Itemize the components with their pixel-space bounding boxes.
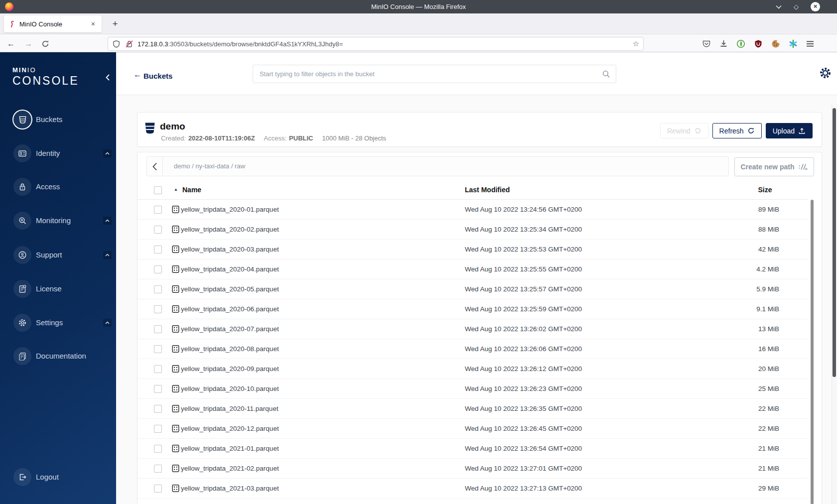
object-name[interactable]: yellow_tripdata_2021-03.parquet: [181, 479, 279, 499]
window-minimize-icon[interactable]: [776, 5, 782, 9]
sidebar-collapse-icon[interactable]: [103, 72, 113, 82]
object-name[interactable]: yellow_tripdata_2021-01.parquet: [181, 439, 279, 459]
console-settings-gear-icon[interactable]: [819, 66, 832, 80]
object-name[interactable]: yellow_tripdata_2020-07.parquet: [181, 319, 279, 339]
tab-close-icon[interactable]: ×: [90, 20, 97, 28]
sidebar-item-license[interactable]: License: [0, 279, 116, 299]
object-file-icon: [171, 225, 180, 234]
row-checkbox[interactable]: [154, 305, 162, 313]
chevron-up-icon[interactable]: [103, 217, 112, 225]
extension-ublock-icon[interactable]: [754, 39, 763, 48]
object-name[interactable]: yellow_tripdata_2020-03.parquet: [181, 240, 279, 259]
row-checkbox[interactable]: [154, 445, 162, 453]
buckets-back-link[interactable]: Buckets: [143, 72, 172, 80]
object-name[interactable]: yellow_tripdata_2021-02.parquet: [181, 459, 279, 479]
menu-hamburger-icon[interactable]: [806, 40, 814, 47]
sidebar-item-documentation[interactable]: Documentation: [0, 346, 116, 366]
sidebar-item-monitoring[interactable]: Monitoring: [0, 211, 116, 231]
row-checkbox[interactable]: [154, 405, 162, 413]
row-checkbox[interactable]: [154, 485, 162, 493]
page-scrollbar[interactable]: [832, 105, 837, 504]
row-checkbox[interactable]: [154, 465, 162, 473]
bookmark-star-icon[interactable]: ☆: [633, 39, 639, 48]
object-name[interactable]: yellow_tripdata_2020-10.parquet: [181, 379, 279, 399]
object-row[interactable]: yellow_tripdata_2020-09.parquet Wed Aug …: [138, 359, 808, 379]
reload-button[interactable]: [39, 38, 51, 50]
object-name[interactable]: yellow_tripdata_2020-02.parquet: [181, 220, 279, 240]
object-row[interactable]: yellow_tripdata_2020-01.parquet Wed Aug …: [138, 200, 808, 220]
breadcrumb-back-icon[interactable]: [147, 157, 163, 176]
extension-cookie-icon[interactable]: [771, 39, 780, 48]
table-scrollbar-thumb[interactable]: [811, 200, 814, 504]
object-row[interactable]: yellow_tripdata_2021-02.parquet Wed Aug …: [138, 459, 808, 479]
sidebar-item-support[interactable]: Support: [0, 245, 116, 265]
window-maximize-icon[interactable]: ◇: [794, 0, 799, 13]
sidebar-item-logout[interactable]: Logout: [0, 467, 116, 487]
object-name[interactable]: yellow_tripdata_2020-09.parquet: [181, 359, 279, 379]
object-name[interactable]: yellow_tripdata_2020-12.parquet: [181, 419, 279, 439]
object-name[interactable]: yellow_tripdata_2020-08.parquet: [181, 339, 279, 359]
row-checkbox[interactable]: [154, 226, 162, 234]
object-name[interactable]: yellow_tripdata_2020-01.parquet: [181, 200, 279, 220]
row-checkbox[interactable]: [154, 265, 162, 273]
pocket-icon[interactable]: [702, 39, 711, 48]
sidebar-item-access[interactable]: Access: [0, 177, 116, 197]
row-checkbox[interactable]: [154, 365, 162, 373]
object-row[interactable]: yellow_tripdata_2020-05.parquet Wed Aug …: [138, 279, 808, 299]
forward-button[interactable]: →: [22, 38, 34, 50]
row-checkbox[interactable]: [154, 285, 162, 293]
object-filter-search[interactable]: [253, 65, 616, 83]
row-checkbox[interactable]: [154, 246, 162, 253]
object-row[interactable]: yellow_tripdata_2020-12.parquet Wed Aug …: [138, 419, 808, 439]
object-row[interactable]: yellow_tripdata_2020-11.parquet Wed Aug …: [138, 399, 808, 419]
url-bar[interactable]: 172.18.0.3:30503/buckets/demo/browse/bnk…: [108, 37, 644, 51]
insecure-lock-icon[interactable]: [125, 40, 134, 48]
chevron-up-icon[interactable]: [103, 149, 112, 157]
chevron-up-icon[interactable]: [103, 251, 112, 259]
back-arrow-icon[interactable]: ←: [134, 70, 141, 79]
object-row[interactable]: yellow_tripdata_2021-01.parquet Wed Aug …: [138, 439, 808, 459]
window-close-icon[interactable]: ×: [811, 2, 820, 11]
rewind-button[interactable]: Rewind: [660, 123, 708, 138]
sidebar-item-buckets[interactable]: Buckets: [0, 110, 116, 129]
object-row[interactable]: yellow_tripdata_2020-03.parquet Wed Aug …: [138, 240, 808, 259]
column-header-last-modified[interactable]: Last Modified: [465, 180, 510, 200]
column-header-name[interactable]: Name: [182, 180, 201, 200]
search-input[interactable]: [253, 65, 616, 83]
row-checkbox[interactable]: [154, 425, 162, 433]
breadcrumb[interactable]: demo / ny-taxi-data / raw: [174, 157, 245, 176]
object-name[interactable]: yellow_tripdata_2020-11.parquet: [181, 399, 279, 419]
sort-ascending-icon[interactable]: ▲: [174, 187, 178, 192]
object-row[interactable]: yellow_tripdata_2020-02.parquet Wed Aug …: [138, 220, 808, 240]
url-text[interactable]: 172.18.0.3:30503/buckets/demo/browse/bnk…: [138, 40, 633, 48]
upload-button[interactable]: Upload: [766, 123, 813, 138]
select-all-checkbox[interactable]: [154, 186, 162, 194]
object-row[interactable]: yellow_tripdata_2020-08.parquet Wed Aug …: [138, 339, 808, 359]
new-tab-button[interactable]: +: [109, 17, 122, 30]
object-name[interactable]: yellow_tripdata_2020-06.parquet: [181, 299, 279, 319]
object-name[interactable]: yellow_tripdata_2020-05.parquet: [181, 279, 279, 299]
page-scrollbar-thumb[interactable]: [833, 108, 836, 377]
refresh-button[interactable]: Refresh: [712, 123, 762, 138]
row-checkbox[interactable]: [154, 206, 162, 214]
sidebar-item-identity[interactable]: Identity: [0, 143, 116, 163]
tracking-shield-icon[interactable]: [112, 40, 121, 48]
object-row[interactable]: yellow_tripdata_2020-04.parquet Wed Aug …: [138, 259, 808, 279]
row-checkbox[interactable]: [154, 325, 162, 333]
object-row[interactable]: yellow_tripdata_2020-07.parquet Wed Aug …: [138, 319, 808, 339]
object-name[interactable]: yellow_tripdata_2020-04.parquet: [181, 259, 279, 279]
chevron-up-icon[interactable]: [103, 319, 112, 327]
create-new-path-button[interactable]: Create new path: [734, 157, 814, 176]
extension-green-icon[interactable]: [736, 39, 745, 48]
row-checkbox[interactable]: [154, 345, 162, 353]
back-button[interactable]: ←: [5, 38, 17, 50]
sidebar-item-settings[interactable]: Settings: [0, 313, 116, 333]
column-header-size[interactable]: Size: [737, 180, 793, 200]
extension-asterisk-icon[interactable]: [789, 39, 798, 48]
browser-tab[interactable]: MinIO Console ×: [4, 15, 102, 32]
object-row[interactable]: yellow_tripdata_2021-03.parquet Wed Aug …: [138, 479, 808, 499]
downloads-icon[interactable]: [719, 39, 728, 48]
row-checkbox[interactable]: [154, 385, 162, 393]
object-row[interactable]: yellow_tripdata_2020-06.parquet Wed Aug …: [138, 299, 808, 319]
object-row[interactable]: yellow_tripdata_2020-10.parquet Wed Aug …: [138, 379, 808, 399]
